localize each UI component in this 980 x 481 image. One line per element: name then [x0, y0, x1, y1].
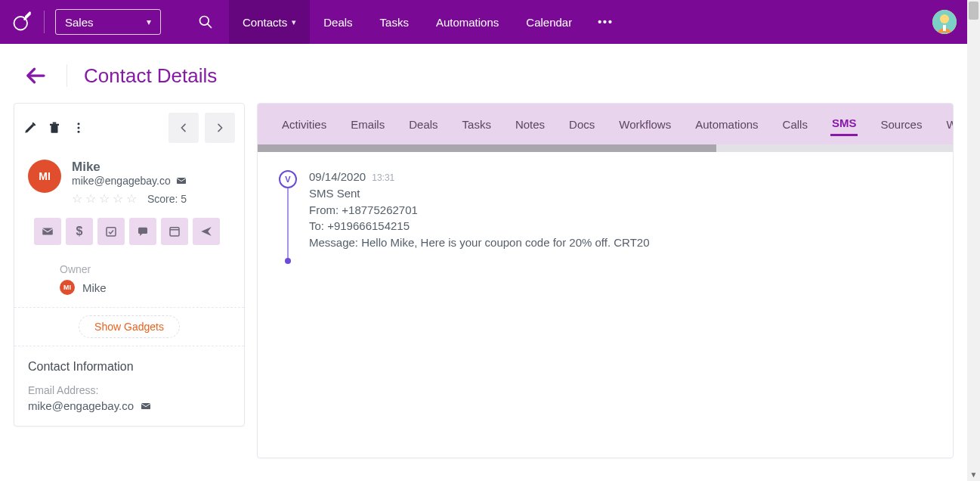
svg-rect-21	[141, 403, 150, 409]
owner-value[interactable]: MI Mike	[60, 280, 230, 295]
tab-activities[interactable]: Activities	[280, 113, 328, 135]
search-icon	[198, 14, 213, 29]
svg-rect-16	[138, 228, 147, 234]
nav-automations[interactable]: Automations	[422, 0, 512, 44]
sms-to: To: +919666154215	[309, 218, 650, 234]
module-selector[interactable]: Sales ▾	[55, 9, 161, 35]
tab-we[interactable]: We	[944, 113, 953, 135]
svg-point-11	[78, 127, 80, 129]
tab-tasks[interactable]: Tasks	[461, 113, 493, 135]
chat-icon	[136, 225, 150, 238]
activity-panel: Activities Emails Deals Tasks Notes Docs…	[257, 103, 954, 458]
svg-rect-13	[177, 178, 186, 184]
send-icon	[199, 225, 213, 238]
svg-point-10	[78, 123, 80, 125]
nav-calendar[interactable]: Calendar	[512, 0, 586, 44]
next-contact-button[interactable]	[205, 113, 235, 143]
contact-avatar: MI	[28, 160, 61, 193]
user-avatar[interactable]	[932, 10, 957, 34]
delete-button[interactable]	[48, 121, 61, 135]
chevron-down-icon: ▾	[147, 17, 151, 27]
more-actions-button[interactable]	[72, 121, 85, 135]
tab-notes[interactable]: Notes	[514, 113, 546, 135]
tab-automations[interactable]: Automations	[694, 113, 759, 135]
arrow-left-icon	[25, 64, 48, 87]
svg-point-4	[940, 14, 949, 23]
tab-deals[interactable]: Deals	[407, 113, 439, 135]
mail-icon	[175, 175, 187, 187]
star-icon: ☆	[126, 191, 137, 206]
calendar-check-icon	[104, 225, 118, 238]
action-event[interactable]	[161, 218, 188, 245]
contact-email: mike@engagebay.co	[72, 175, 171, 187]
detail-tabs-container: Activities Emails Deals Tasks Notes Docs…	[258, 104, 953, 152]
tab-sms[interactable]: SMS	[830, 112, 858, 136]
svg-line-2	[208, 24, 212, 28]
timeline-item: V 09/14/2020 13:31 SMS Sent From: +18775…	[279, 169, 932, 251]
topbar-divider	[44, 11, 45, 33]
sms-time: 13:31	[372, 172, 394, 183]
action-note[interactable]	[129, 218, 156, 245]
contact-info-title: Contact Information	[28, 360, 230, 374]
avatar-icon	[932, 10, 957, 34]
nav-tasks-label: Tasks	[380, 16, 409, 29]
top-nav: Contacts ▾ Deals Tasks Automations Calen…	[229, 0, 626, 44]
star-icon: ☆	[85, 191, 96, 206]
svg-marker-20	[201, 227, 212, 236]
nav-tasks[interactable]: Tasks	[366, 0, 422, 44]
timeline-badge: V	[279, 170, 297, 188]
trash-icon	[48, 121, 61, 135]
timeline-end-dot	[285, 258, 291, 264]
nav-more[interactable]: •••	[586, 0, 626, 44]
action-send[interactable]	[193, 218, 220, 245]
rating-stars[interactable]: ☆ ☆ ☆ ☆ ☆ Score: 5	[72, 191, 187, 206]
nav-contacts[interactable]: Contacts ▾	[229, 0, 310, 44]
owner-name: Mike	[82, 281, 107, 294]
prev-contact-button[interactable]	[168, 113, 199, 143]
header-divider	[66, 64, 67, 87]
dollar-icon: $	[76, 225, 83, 238]
tab-workflows[interactable]: Workflows	[617, 113, 672, 135]
star-icon: ☆	[72, 191, 82, 206]
nav-contacts-label: Contacts	[243, 16, 287, 29]
back-button[interactable]	[23, 62, 50, 89]
action-task[interactable]	[97, 218, 125, 245]
chevron-right-icon	[214, 122, 226, 134]
svg-marker-17	[140, 233, 143, 236]
window-scrollbar[interactable]: ▲ ▼	[967, 0, 980, 481]
tabs-scrollbar[interactable]	[258, 144, 953, 152]
more-icon: •••	[598, 16, 614, 28]
calendar-icon	[168, 225, 181, 238]
show-gadgets-button[interactable]: Show Gadgets	[79, 315, 180, 338]
app-logo[interactable]	[11, 11, 33, 33]
tab-docs[interactable]: Docs	[567, 113, 596, 135]
svg-rect-15	[107, 228, 116, 236]
tab-calls[interactable]: Calls	[781, 113, 809, 135]
tab-sources[interactable]: Sources	[879, 113, 923, 135]
pencil-icon	[23, 121, 37, 135]
sms-timeline: V 09/14/2020 13:31 SMS Sent From: +18775…	[258, 152, 953, 268]
detail-tabs: Activities Emails Deals Tasks Notes Docs…	[258, 104, 953, 144]
action-deal[interactable]: $	[66, 218, 93, 245]
nav-calendar-label: Calendar	[526, 16, 572, 29]
sms-from: From: +18775262701	[309, 202, 650, 219]
svg-rect-14	[42, 228, 53, 235]
page-header: Contact Details	[0, 44, 967, 103]
contact-score: Score: 5	[147, 193, 187, 205]
contact-summary-card: MI Mike mike@engagebay.co ☆ ☆ ☆ ☆ ☆	[14, 103, 245, 427]
tab-emails[interactable]: Emails	[349, 113, 386, 135]
quick-actions: $	[14, 213, 244, 256]
search-button[interactable]	[193, 9, 218, 35]
nav-automations-label: Automations	[436, 16, 499, 29]
star-icon: ☆	[113, 191, 123, 206]
content-layout: MI Mike mike@engagebay.co ☆ ☆ ☆ ☆ ☆	[0, 103, 967, 476]
nav-deals[interactable]: Deals	[310, 0, 366, 44]
scroll-thumb[interactable]	[969, 2, 978, 20]
topbar: Sales ▾ Contacts ▾ Deals Tasks Automatio…	[0, 0, 967, 44]
page-title: Contact Details	[84, 64, 217, 88]
mail-icon	[41, 225, 54, 238]
edit-button[interactable]	[23, 121, 37, 135]
scroll-down-arrow[interactable]: ▼	[967, 468, 980, 481]
sms-message: Message: Hello Mike, Here is your coupon…	[309, 234, 650, 251]
action-email[interactable]	[34, 218, 61, 245]
